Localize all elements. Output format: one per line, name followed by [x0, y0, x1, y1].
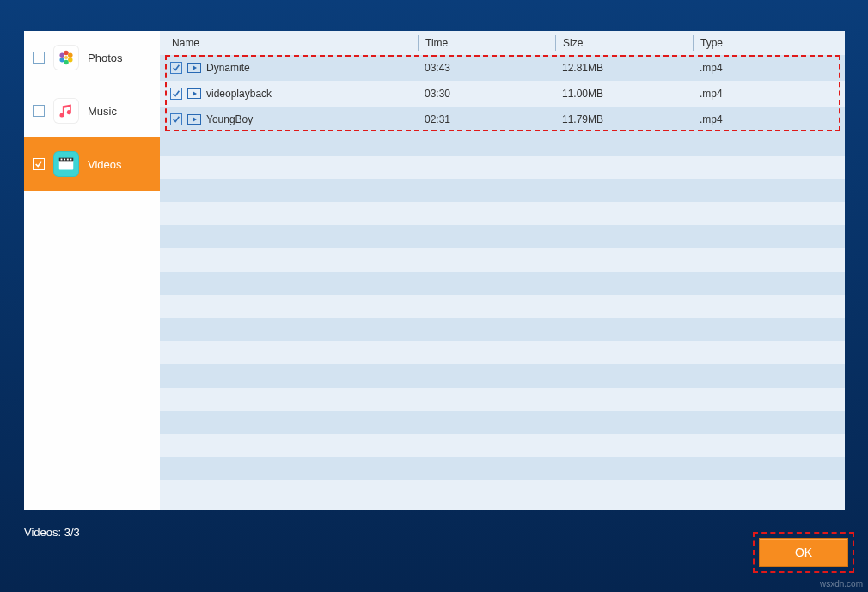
sidebar-item-label: Videos: [88, 158, 122, 171]
table-rows: Dynamite 03:43 12.81MB .mp4 videoplaybac…: [160, 55, 845, 132]
photos-icon: [53, 45, 79, 70]
file-name: YoungBoy: [206, 113, 253, 125]
ok-button[interactable]: OK: [759, 538, 848, 567]
checkbox-icon[interactable]: [33, 158, 45, 170]
sidebar-item-label: Music: [88, 105, 117, 118]
sidebar-item-photos[interactable]: Photos: [24, 31, 160, 84]
music-icon: [53, 98, 79, 124]
file-name: videoplayback: [206, 88, 272, 100]
svg-rect-7: [59, 160, 74, 169]
file-size: 11.79MB: [555, 113, 693, 125]
file-size: 12.81MB: [555, 62, 693, 74]
sidebar: Photos Music: [24, 31, 160, 510]
sidebar-item-videos[interactable]: Videos: [24, 137, 160, 191]
column-size[interactable]: Size: [555, 35, 693, 51]
checkbox-icon[interactable]: [170, 88, 182, 100]
table-row[interactable]: YoungBoy 02:31 11.79MB .mp4: [160, 107, 845, 132]
svg-rect-9: [61, 159, 63, 161]
column-time[interactable]: Time: [418, 35, 555, 51]
checkbox-icon[interactable]: [33, 105, 45, 117]
table-row[interactable]: Dynamite 03:43 12.81MB .mp4: [160, 55, 845, 81]
videos-icon: [53, 151, 79, 177]
svg-point-6: [59, 53, 64, 58]
checkbox-icon[interactable]: [170, 62, 182, 74]
file-time: 02:31: [418, 113, 555, 125]
svg-point-0: [64, 56, 68, 59]
main-panel: Photos Music: [24, 31, 845, 510]
column-type[interactable]: Type: [693, 35, 845, 51]
svg-rect-10: [64, 159, 65, 161]
video-file-icon: [187, 88, 201, 99]
video-file-icon: [187, 114, 201, 125]
svg-point-2: [68, 53, 73, 58]
svg-rect-11: [67, 159, 69, 161]
table-header: Name Time Size Type: [160, 31, 845, 55]
file-type: .mp4: [693, 88, 845, 100]
sidebar-item-label: Photos: [88, 52, 122, 64]
file-time: 03:43: [418, 62, 555, 74]
video-file-icon: [187, 63, 201, 73]
file-type: .mp4: [693, 62, 845, 74]
file-name: Dynamite: [206, 62, 250, 74]
file-type: .mp4: [693, 113, 845, 125]
svg-rect-12: [70, 159, 72, 161]
file-list: Name Time Size Type Dynamite 03:43 12.81…: [160, 31, 845, 510]
checkbox-icon[interactable]: [170, 113, 182, 125]
status-text: Videos: 3/3: [24, 526, 80, 539]
column-name[interactable]: Name: [160, 35, 418, 51]
table-row[interactable]: videoplayback 03:30 11.00MB .mp4: [160, 81, 845, 107]
file-size: 11.00MB: [555, 88, 693, 100]
svg-point-1: [64, 51, 69, 56]
svg-point-3: [68, 58, 73, 63]
svg-point-5: [59, 58, 64, 63]
empty-area: [160, 132, 845, 504]
annotation-highlight: OK: [753, 532, 854, 573]
checkbox-icon[interactable]: [33, 52, 45, 64]
svg-point-4: [64, 60, 69, 65]
file-time: 03:30: [418, 88, 555, 100]
sidebar-item-music[interactable]: Music: [24, 84, 160, 137]
watermark: wsxdn.com: [820, 579, 863, 589]
